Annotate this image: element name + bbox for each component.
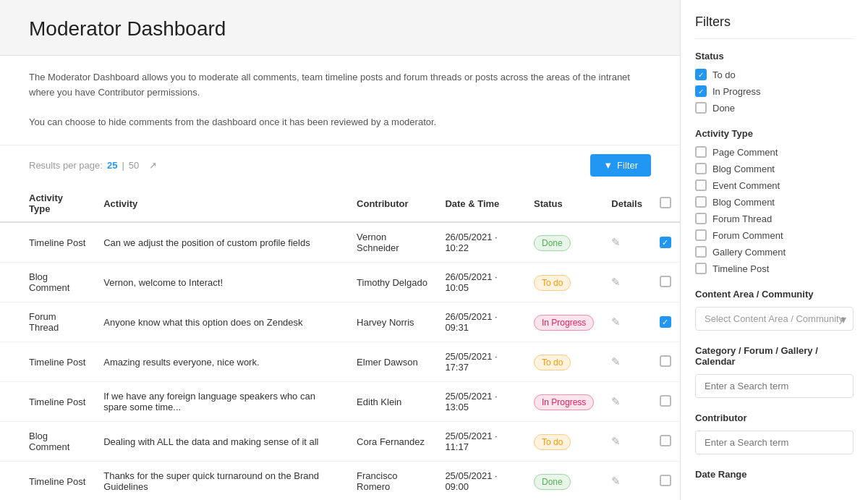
filter-button[interactable]: ▼ Filter — [590, 154, 651, 177]
select-cell[interactable] — [651, 462, 680, 500]
content-area-select[interactable]: Select Content Area / Community — [695, 307, 854, 331]
activity-type-cell: Timeline Post — [0, 222, 95, 263]
status-badge: To do — [534, 355, 571, 370]
status-filter-checkbox[interactable] — [695, 102, 707, 114]
table-row: Timeline Post If we have any foreign lan… — [0, 382, 680, 422]
row-checkbox[interactable] — [660, 435, 671, 446]
activity-type-cell: Timeline Post — [0, 342, 95, 382]
content-area-section-title: Content Area / Community — [695, 289, 854, 300]
status-cell: Done — [525, 462, 603, 500]
category-section-title: Category / Forum / Gallery / Calendar — [695, 345, 854, 367]
activity-type-section-title: Activity Type — [695, 128, 854, 139]
contributor-section-title: Contributor — [695, 412, 854, 423]
select-cell[interactable]: ✓ — [651, 302, 680, 342]
row-checkbox[interactable] — [660, 355, 671, 367]
status-cell: To do — [525, 263, 603, 302]
activity-type-filter-checkbox[interactable] — [695, 163, 707, 174]
activity-type-filter-option[interactable]: Gallery Comment — [695, 246, 854, 258]
status-badge: Done — [534, 235, 571, 251]
edit-cell[interactable]: ✎ — [603, 382, 651, 422]
activity-type-filter-option[interactable]: Forum Thread — [695, 213, 854, 224]
table-row: Timeline Post Thanks for the super quick… — [0, 462, 680, 500]
activity-type-filter-checkbox[interactable] — [695, 229, 707, 241]
status-filter-option[interactable]: ✓In Progress — [695, 85, 854, 97]
status-filter-checkbox[interactable]: ✓ — [695, 85, 707, 97]
per-page-25[interactable]: 25 — [107, 160, 117, 171]
edit-icon[interactable]: ✎ — [611, 475, 621, 487]
edit-cell[interactable]: ✎ — [603, 342, 651, 382]
edit-icon[interactable]: ✎ — [611, 236, 621, 248]
select-cell[interactable] — [651, 263, 680, 302]
activity-type-cell: Timeline Post — [0, 462, 95, 500]
table-row: Blog Comment Vernon, welcome to Interact… — [0, 263, 680, 302]
status-cell: To do — [525, 342, 603, 382]
status-filter-option[interactable]: ✓To do — [695, 69, 854, 80]
activity-cell: Vernon, welcome to Interact! — [95, 263, 348, 302]
col-select-all[interactable] — [651, 185, 680, 222]
table-row: Timeline Post Can we adjust the position… — [0, 222, 680, 263]
filters-title: Filters — [695, 14, 854, 39]
contributor-cell: Cora Fernandez — [348, 422, 436, 462]
status-cell: In Progress — [525, 302, 603, 342]
description-line2: You can choose to hide comments from the… — [29, 115, 651, 130]
activity-cell: Can we adjust the position of custom pro… — [95, 222, 348, 263]
activity-type-filter-option[interactable]: Timeline Post — [695, 263, 854, 274]
status-cell: In Progress — [525, 382, 603, 422]
activity-type-filter-option[interactable]: Blog Comment — [695, 163, 854, 174]
activity-type-filter-option[interactable]: Blog Comment — [695, 196, 854, 208]
status-cell: To do — [525, 422, 603, 462]
row-checkbox[interactable] — [660, 276, 671, 287]
col-datetime: Date & Time — [436, 185, 525, 222]
edit-icon[interactable]: ✎ — [611, 355, 621, 368]
edit-icon[interactable]: ✎ — [611, 435, 621, 447]
contributor-search-input[interactable] — [695, 431, 854, 454]
select-all-checkbox[interactable] — [660, 197, 671, 208]
row-checkbox[interactable]: ✓ — [660, 237, 671, 248]
row-checkbox[interactable] — [660, 475, 671, 486]
activity-type-filter-checkbox[interactable] — [695, 196, 707, 208]
status-filter-option[interactable]: Done — [695, 102, 854, 114]
row-checkbox[interactable] — [660, 395, 671, 407]
status-cell: Done — [525, 222, 603, 263]
select-cell[interactable]: ✓ — [651, 222, 680, 263]
edit-icon[interactable]: ✎ — [611, 395, 621, 407]
filter-icon: ▼ — [603, 160, 613, 171]
activity-type-cell: Forum Thread — [0, 302, 95, 342]
activity-type-filter-checkbox[interactable] — [695, 263, 707, 274]
status-filter-checkbox[interactable]: ✓ — [695, 69, 707, 80]
edit-icon[interactable]: ✎ — [611, 315, 621, 328]
contributor-cell: Edith Klein — [348, 382, 436, 422]
edit-cell[interactable]: ✎ — [603, 222, 651, 263]
activity-type-filter-checkbox[interactable] — [695, 179, 707, 191]
datetime-cell: 25/05/2021 · 09:00 — [436, 462, 525, 500]
edit-cell[interactable]: ✎ — [603, 462, 651, 500]
contributor-cell: Harvey Norris — [348, 302, 436, 342]
activity-type-filter-checkbox[interactable] — [695, 146, 707, 158]
description-line1: The Moderator Dashboard allows you to mo… — [29, 70, 651, 101]
select-cell[interactable] — [651, 382, 680, 422]
edit-cell[interactable]: ✎ — [603, 302, 651, 342]
edit-cell[interactable]: ✎ — [603, 422, 651, 462]
category-search-input[interactable] — [695, 374, 854, 398]
contributor-cell: Elmer Dawson — [348, 342, 436, 382]
datetime-cell: 26/05/2021 · 10:05 — [436, 263, 525, 302]
activity-cell: Anyone know what this option does on Zen… — [95, 302, 348, 342]
activity-type-cell: Timeline Post — [0, 382, 95, 422]
edit-cell[interactable]: ✎ — [603, 263, 651, 302]
activity-cell: Amazing results everyone, nice work. — [95, 342, 348, 382]
activity-type-filter-option[interactable]: Page Comment — [695, 146, 854, 158]
datetime-cell: 25/05/2021 · 17:37 — [436, 342, 525, 382]
export-icon[interactable]: ↗ — [149, 160, 157, 171]
activity-type-filter-checkbox[interactable] — [695, 213, 707, 224]
col-status: Status — [525, 185, 603, 222]
select-cell[interactable] — [651, 342, 680, 382]
edit-icon[interactable]: ✎ — [611, 276, 621, 288]
activity-type-filter-checkbox[interactable] — [695, 246, 707, 258]
per-page-50[interactable]: 50 — [129, 160, 139, 171]
activity-type-filter-option[interactable]: Event Comment — [695, 179, 854, 191]
activity-type-filter-option[interactable]: Forum Comment — [695, 229, 854, 241]
select-cell[interactable] — [651, 422, 680, 462]
datetime-cell: 25/05/2021 · 13:05 — [436, 382, 525, 422]
status-badge: In Progress — [534, 315, 594, 331]
row-checkbox[interactable]: ✓ — [660, 316, 671, 328]
